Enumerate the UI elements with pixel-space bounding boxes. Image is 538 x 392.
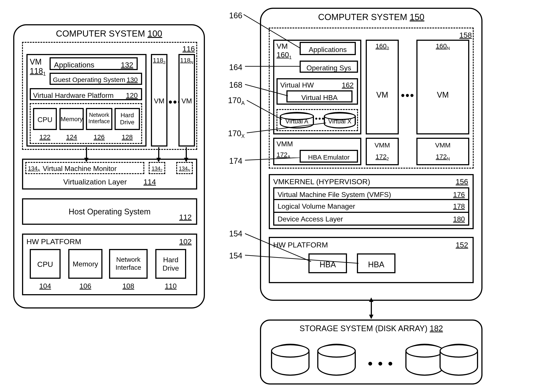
vm2-label: VM xyxy=(151,97,167,105)
hba-emu-label: HBA Emulator xyxy=(301,154,357,161)
callout-154a: 154 xyxy=(229,229,242,238)
vmem-label: Memory xyxy=(60,116,83,123)
vmm-2-ref: 1342 xyxy=(150,165,164,173)
apps-right-label: Applications xyxy=(301,46,355,54)
vhba-label: Virtual HBA xyxy=(288,94,351,102)
vmem-ref: 124 xyxy=(60,133,84,141)
callout-168: 168 xyxy=(229,80,242,90)
dal-180: Device Access Layer 180 xyxy=(273,213,469,226)
vcpu: CPU xyxy=(33,108,57,130)
hw-cpu-ref: 104 xyxy=(30,282,60,290)
callout-170a: 170A xyxy=(228,96,245,106)
hw-hdd-ref: 110 xyxy=(155,282,186,290)
virt-layer-label: Virtualization Layer 114 xyxy=(23,177,196,186)
hba-emulator: HBA Emulator xyxy=(300,150,358,163)
dal-label: Device Access Layer xyxy=(278,215,343,223)
vm2-right-ref: 1602 xyxy=(366,42,399,51)
leader-line xyxy=(245,255,358,264)
vmfs-ref: 176 xyxy=(453,191,465,199)
ellipsis-icon: ••• xyxy=(315,115,325,123)
vmn-label: VM xyxy=(178,97,195,105)
hw-hdd-label: Hard Drive xyxy=(156,256,185,273)
os-right-label: Operating Sys xyxy=(301,64,357,72)
vmfs-176: Virtual Machine File System (VMFS) 176 xyxy=(273,187,469,200)
vmm-n: 134N xyxy=(176,162,193,174)
hba-2-label: HBA xyxy=(358,260,394,269)
vmm-172-n: VMM 172N xyxy=(416,138,469,165)
vhdd-ref: 128 xyxy=(115,133,140,141)
hw-platform-ref: 102 xyxy=(179,237,192,246)
vmm-right-label: VMM xyxy=(277,140,293,148)
ref-158: 158 xyxy=(459,31,472,39)
vmmn-ref: 172N xyxy=(417,153,468,162)
vmm-a: 134A Virtual Machine Monitor xyxy=(25,162,144,174)
vmm-n-ref: 134N xyxy=(177,165,192,173)
dal-ref: 180 xyxy=(453,215,465,223)
virtual-x-label: Virtual X xyxy=(324,118,356,125)
disk-icon xyxy=(317,344,356,376)
vm-160-2 xyxy=(366,40,399,134)
vnetif: Network Interface xyxy=(86,108,112,130)
host-os-ref: 112 xyxy=(179,213,192,221)
vhdd-label: Hard Drive xyxy=(116,112,139,126)
svg-line-4 xyxy=(247,123,326,133)
svg-line-7 xyxy=(245,255,358,263)
disk-icon xyxy=(405,344,444,376)
vhp-label: Virtual Hardware Platform xyxy=(33,91,114,100)
vmn-right-label: VM xyxy=(416,90,469,100)
leader-line xyxy=(245,66,300,68)
leader-line xyxy=(243,14,301,50)
svg-line-2 xyxy=(245,84,288,96)
leader-line xyxy=(245,84,288,97)
vmn-ref: 118N xyxy=(178,57,195,65)
host-os-label: Host Operating System xyxy=(23,207,196,216)
title-100: COMPUTER SYSTEM 100 xyxy=(14,29,204,39)
vmm-172-2: VMM 1722 xyxy=(366,138,399,165)
vmkernel-ref: 156 xyxy=(456,177,468,186)
hw-mem-label: Memory xyxy=(70,260,101,268)
svg-line-3 xyxy=(247,100,282,119)
hw-hdd: Hard Drive xyxy=(155,249,186,279)
vnetif-label: Network Interface xyxy=(87,112,111,125)
hw-netif-ref: 108 xyxy=(109,282,148,290)
vhp-120: Virtual Hardware Platform 120 xyxy=(30,88,142,100)
vhdd: Hard Drive xyxy=(115,108,140,130)
lvm-label: Logical Volume Manager xyxy=(278,202,355,210)
diagram-canvas: COMPUTER SYSTEM 100 116 VM 1181 Applicat… xyxy=(5,5,538,392)
vmm2-label: VMM xyxy=(367,141,398,149)
storage-label: STORAGE SYSTEM (DISK ARRAY) 182 xyxy=(261,324,481,333)
lvm-ref: 178 xyxy=(453,202,465,210)
vmm2-ref: 1722 xyxy=(367,153,398,162)
vmfs-label: Virtual Machine File System (VMFS) xyxy=(278,191,391,199)
vnetif-ref: 126 xyxy=(86,133,112,141)
ref-116: 116 xyxy=(182,45,195,53)
vhp-ref: 120 xyxy=(126,91,138,100)
leader-line xyxy=(245,158,300,161)
guest-os-130: Guest Operating System 130 xyxy=(50,73,142,85)
vmm-a-ref: 134A xyxy=(28,165,40,173)
host-os-112: Host Operating System 112 xyxy=(22,198,197,225)
vmkernel-label: VMKERNEL (HYPERVISOR) xyxy=(273,177,370,186)
os-164: Operating Sys xyxy=(300,61,358,73)
ellipsis-icon: • • • xyxy=(368,356,394,371)
guest-os-ref: 130 xyxy=(127,76,138,84)
apps-label: Applications xyxy=(54,61,94,69)
leader-line xyxy=(247,100,282,121)
hw-netif: Network Interface xyxy=(109,249,148,279)
hw-cpu: CPU xyxy=(30,249,60,279)
applications-132: Applications 132 xyxy=(50,57,138,70)
apps-166: Applications xyxy=(300,42,356,55)
vmm-label: Virtual Machine Monitor xyxy=(43,165,117,173)
disk-icon xyxy=(440,344,478,376)
vhba-168: Virtual HBA xyxy=(286,90,352,103)
vmn-right-ref: 160N xyxy=(416,42,469,51)
ellipsis-icon: ••• xyxy=(401,89,415,101)
vcpu-label: CPU xyxy=(34,116,56,124)
guest-os-label: Guest Operating System xyxy=(53,76,125,84)
svg-line-5 xyxy=(245,158,300,160)
hw-mem-ref: 106 xyxy=(68,282,102,290)
callout-164: 164 xyxy=(229,63,242,72)
vm-label-1: VM 1181 xyxy=(30,57,46,77)
callout-166: 166 xyxy=(229,11,242,20)
vcpu-ref: 122 xyxy=(33,133,57,141)
